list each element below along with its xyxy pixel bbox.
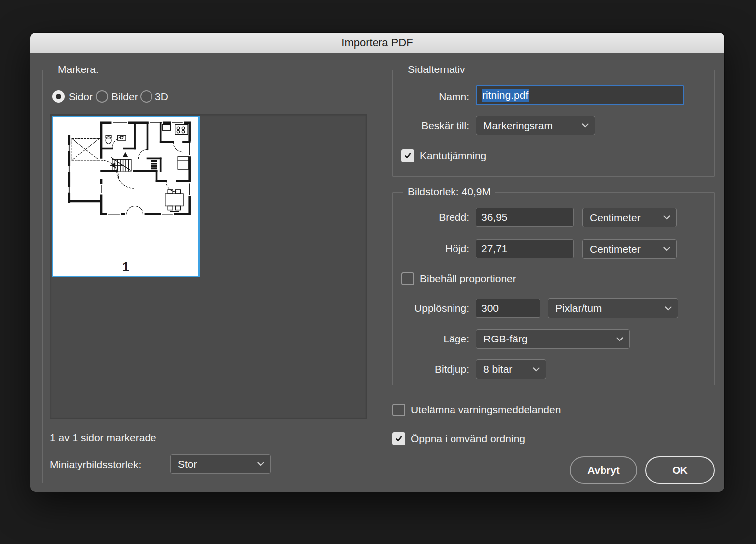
crop-to-value: Markeringsram [483,120,553,132]
import-pdf-dialog: Importera PDF Markera: Sidor Bilder 3D [30,33,724,492]
reverse-order-checkbox[interactable] [392,432,405,445]
thumbnail-size-select[interactable]: Stor [170,454,271,474]
antialias-checkbox[interactable] [401,149,414,162]
chevron-down-icon [665,306,672,311]
checkmark-icon [395,435,403,443]
height-unit-select[interactable]: Centimeter [582,239,677,259]
chevron-down-icon [533,367,540,372]
chevron-down-icon [663,215,670,220]
page-number-label: 1 [53,260,198,274]
image-size-legend: Bildstorlek: 40,9M [403,186,495,198]
cancel-button[interactable]: Avbryt [570,456,637,484]
chevron-down-icon [257,462,264,466]
reverse-order-label: Öppna i omvänd ordning [411,432,525,445]
radio-images-label: Bilder [111,90,138,103]
radio-3d-label: 3D [155,90,168,103]
antialias-label: Kantutjämning [420,149,486,162]
bit-depth-value: 8 bitar [483,363,512,375]
chevron-down-icon [616,337,623,341]
ok-button[interactable]: OK [645,456,715,484]
radio-pages[interactable] [52,90,65,103]
radio-images[interactable] [96,90,108,103]
dialog-title: Importera PDF [341,36,413,49]
thumbnail-size-value: Stor [178,458,197,470]
height-unit-value: Centimeter [590,243,641,255]
floorplan-drawing [53,117,198,261]
dialog-titlebar: Importera PDF [30,33,724,53]
constrain-proportions-checkbox[interactable] [401,272,414,285]
thumbnail-size-label: Miniatyrbildsstorlek: [50,458,141,471]
chevron-down-icon [582,123,589,128]
resolution-label: Upplösning: [392,302,469,315]
page-options-legend: Sidalternativ [403,64,470,75]
suppress-warnings-checkbox[interactable] [392,404,405,416]
suppress-warnings-label: Utelämna varningsmeddelanden [411,404,561,416]
width-unit-select[interactable]: Centimeter [582,208,677,227]
checkmark-icon [404,152,412,160]
mode-label: Läge: [392,333,469,345]
constrain-proportions-label: Bibehåll proportioner [420,272,516,285]
height-label: Höjd: [392,242,469,255]
mode-value: RGB-färg [483,333,528,345]
bit-depth-label: Bitdjup: [392,363,469,376]
radio-pages-label: Sidor [69,90,93,103]
select-group-legend: Markera: [53,64,103,75]
width-unit-value: Centimeter [590,212,641,224]
pdf-page-thumbnail[interactable]: 1 [52,116,200,277]
pages-selected-status: 1 av 1 sidor markerade [50,431,156,444]
bit-depth-select[interactable]: 8 bitar [476,359,546,379]
mode-select[interactable]: RGB-färg [476,329,630,349]
crop-to-label: Beskär till: [392,119,469,132]
radio-3d[interactable] [140,90,152,103]
resolution-unit-select[interactable]: Pixlar/tum [548,298,678,318]
height-input[interactable] [476,239,574,258]
crop-to-select[interactable]: Markeringsram [476,116,595,135]
resolution-input[interactable] [476,299,540,318]
chevron-down-icon [663,247,670,251]
thumbnail-list[interactable]: 1 [50,114,367,419]
name-input[interactable]: ritning.pdf [476,85,684,105]
resolution-unit-value: Pixlar/tum [555,302,602,314]
width-label: Bredd: [392,211,469,224]
width-input[interactable] [476,208,574,227]
name-label: Namn: [392,90,469,103]
name-input-selected-text: ritning.pdf [482,89,529,102]
